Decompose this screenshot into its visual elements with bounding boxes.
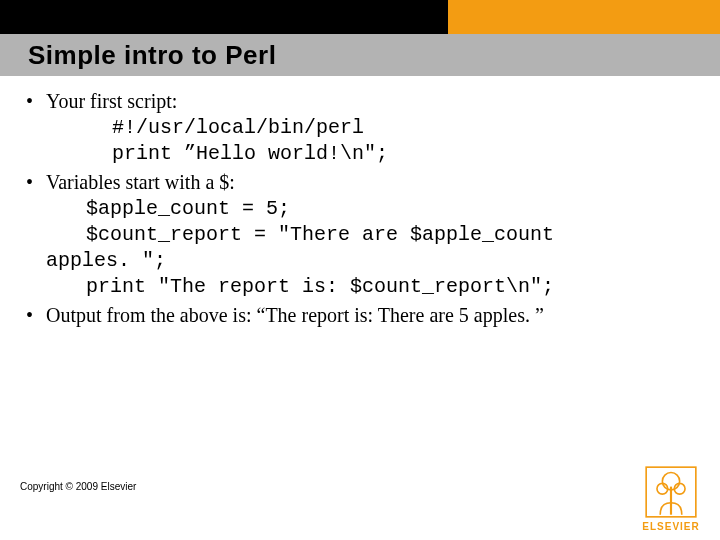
bullet-3-text: Output from the above is: “The report is…: [46, 304, 544, 326]
slide-title: Simple intro to Perl: [28, 40, 276, 71]
code-line-2: print ”Hello world!\n";: [46, 141, 700, 167]
bullet-3: Output from the above is: “The report is…: [20, 302, 700, 329]
code-line-5: apples. ";: [46, 248, 700, 274]
title-bar: Simple intro to Perl: [0, 34, 720, 76]
elsevier-tree-icon: [644, 465, 698, 519]
elsevier-logo: ELSEVIER: [640, 465, 702, 532]
slide: Simple intro to Perl Your first script: …: [0, 0, 720, 540]
bullet-1: Your first script: #!/usr/local/bin/perl…: [20, 88, 700, 167]
bullet-2: Variables start with a $: $apple_count =…: [20, 169, 700, 300]
code-line-3: $apple_count = 5;: [46, 196, 700, 222]
code-line-4: $count_report = "There are $apple_count: [46, 222, 700, 248]
header-orange-bar: [448, 0, 720, 34]
bullet-1-text: Your first script:: [46, 90, 177, 112]
copyright-text: Copyright © 2009 Elsevier: [20, 481, 136, 492]
code-line-1: #!/usr/local/bin/perl: [46, 115, 700, 141]
bullet-2-text: Variables start with a $:: [46, 171, 235, 193]
code-line-6: print "The report is: $count_report\n";: [46, 274, 700, 300]
elsevier-logo-text: ELSEVIER: [640, 521, 702, 532]
slide-body: Your first script: #!/usr/local/bin/perl…: [20, 86, 700, 329]
